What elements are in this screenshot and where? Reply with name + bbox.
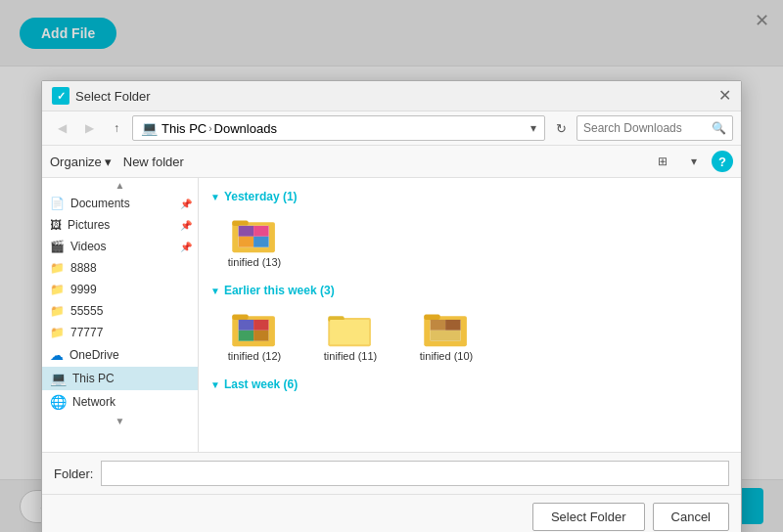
dialog-titlebar: ✓ Select Folder ✕ (42, 81, 741, 111)
pin-icon-documents: 📌 (180, 199, 192, 209)
sidebar-item-documents[interactable]: 📄 Documents 📌 (42, 193, 198, 214)
svg-rect-7 (253, 237, 268, 247)
dialog-title: Select Folder (75, 89, 151, 104)
search-input[interactable] (583, 121, 708, 135)
address-path: This PC › Downloads (161, 121, 527, 136)
folder-name-input[interactable] (101, 461, 729, 486)
videos-folder-icon: 🎬 (50, 240, 65, 253)
cancel-button[interactable]: Cancel (653, 503, 729, 531)
svg-rect-4 (239, 226, 253, 237)
toolbar-row: Organize ▾ New folder ⊞ ▾ ? (42, 146, 741, 178)
organize-chevron-icon: ▾ (105, 155, 112, 169)
new-folder-button[interactable]: New folder (123, 155, 184, 169)
address-box[interactable]: 💻 This PC › Downloads ▾ (132, 115, 545, 141)
address-dropdown-button[interactable]: ▾ (530, 121, 536, 135)
sidebar-item-pictures[interactable]: 🖼 Pictures 📌 (42, 214, 198, 236)
up-button[interactable]: ↑ (105, 116, 128, 140)
folder-thumb-12 (231, 309, 278, 348)
svg-rect-11 (239, 320, 253, 331)
forward-button[interactable]: ▶ (77, 116, 101, 140)
folder-thumb-10 (423, 309, 470, 348)
svg-rect-12 (253, 320, 268, 331)
sidebar-item-thispc[interactable]: 💻 This PC (42, 367, 198, 390)
dialog-icon: ✓ (52, 87, 69, 105)
chevron-yesterday: ▼ (210, 192, 220, 202)
search-box: 🔍 (576, 115, 733, 141)
back-button[interactable]: ◀ (50, 116, 73, 140)
file-label-tinified10: tinified (10) (420, 350, 473, 362)
address-bar-row: ◀ ▶ ↑ 💻 This PC › Downloads ▾ ↻ 🔍 (42, 111, 741, 146)
sidebar-item-55555[interactable]: 📁 55555 (42, 300, 198, 322)
dialog-close-button[interactable]: ✕ (718, 88, 731, 104)
svg-rect-6 (239, 237, 253, 247)
app-background: Add File ✕ ⬇ Install Desktop Version Con… (0, 0, 783, 532)
svg-rect-5 (253, 226, 268, 237)
svg-rect-9 (232, 314, 248, 319)
select-folder-button[interactable]: Select Folder (532, 503, 645, 531)
address-part-thispc: This PC (161, 121, 207, 136)
sidebar-scroll-down[interactable]: ▼ (42, 414, 198, 428)
dialog-title-area: ✓ Select Folder (52, 87, 151, 105)
folder-icon-8888: 📁 (50, 261, 65, 275)
folder-thumb-11 (327, 309, 374, 348)
section-lastweek: ▼ Last week (6) (210, 377, 729, 391)
file-grid-earlier: tinified (12) tinified (11) (210, 305, 729, 366)
modal-overlay: ✓ Select Folder ✕ ◀ ▶ ↑ 💻 This PC › Down… (0, 0, 783, 532)
sidebar-item-77777[interactable]: 📁 77777 (42, 322, 198, 343)
sidebar-item-onedrive[interactable]: ☁ OneDrive (42, 343, 198, 367)
toolbar-left: Organize ▾ New folder (50, 155, 184, 169)
file-item-tinified12[interactable]: tinified (12) (210, 305, 299, 366)
file-item-tinified10[interactable]: tinified (10) (402, 305, 490, 366)
file-label-tinified13: tinified (13) (228, 256, 281, 268)
folder-icon-9999: 📁 (50, 283, 65, 296)
folder-thumb-13 (231, 215, 278, 254)
section-earlier: ▼ Earlier this week (3) (210, 284, 729, 297)
section-yesterday: ▼ Yesterday (1) (210, 190, 729, 203)
document-folder-icon: 📄 (50, 197, 65, 210)
view-dropdown-button[interactable]: ▾ (680, 150, 708, 173)
folder-input-label: Folder: (54, 466, 93, 481)
file-item-tinified11[interactable]: tinified (11) (306, 305, 394, 366)
svg-rect-1 (232, 220, 248, 225)
sidebar-item-network[interactable]: 🌐 Network (42, 390, 198, 414)
organize-button[interactable]: Organize ▾ (50, 155, 112, 169)
svg-rect-17 (330, 320, 369, 344)
svg-rect-21 (431, 320, 445, 331)
sidebar-item-8888[interactable]: 📁 8888 (42, 257, 198, 279)
network-icon: 🌐 (50, 394, 67, 410)
sidebar: ▲ 📄 Documents 📌 🖼 Pictures 📌 (42, 178, 199, 452)
help-button[interactable]: ? (712, 151, 733, 172)
sidebar-item-9999[interactable]: 📁 9999 (42, 279, 198, 300)
svg-rect-19 (424, 314, 439, 319)
file-grid-yesterday: tinified (13) (210, 211, 729, 272)
file-area: ▼ Yesterday (1) (199, 178, 741, 452)
file-label-tinified11: tinified (11) (324, 350, 377, 362)
file-item-tinified13[interactable]: tinified (13) (210, 211, 299, 272)
address-separator-1: › (208, 123, 211, 134)
pin-icon-pictures: 📌 (180, 220, 192, 231)
address-part-downloads: Downloads (214, 121, 277, 136)
dialog-actions: Select Folder Cancel (42, 494, 741, 532)
sidebar-item-videos[interactable]: 🎬 Videos 📌 (42, 236, 198, 257)
folder-icon-77777: 📁 (50, 326, 65, 339)
onedrive-icon: ☁ (50, 347, 64, 363)
thispc-icon: 💻 (50, 371, 67, 386)
refresh-button[interactable]: ↻ (549, 116, 573, 140)
pictures-folder-icon: 🖼 (50, 218, 62, 232)
view-grid-icon: ⊞ (658, 155, 668, 168)
file-label-tinified12: tinified (12) (228, 350, 281, 362)
svg-rect-14 (253, 331, 268, 341)
view-options-button[interactable]: ⊞ (649, 150, 676, 173)
sidebar-scroll-up[interactable]: ▲ (42, 178, 198, 193)
svg-rect-23 (431, 331, 461, 341)
toolbar-right: ⊞ ▾ ? (649, 150, 733, 173)
folder-icon-55555: 📁 (50, 304, 65, 318)
dialog-body: ▲ 📄 Documents 📌 🖼 Pictures 📌 (42, 178, 741, 452)
svg-rect-22 (445, 320, 460, 331)
chevron-earlier: ▼ (210, 286, 220, 296)
chevron-lastweek: ▼ (210, 379, 220, 390)
pin-icon-videos: 📌 (180, 242, 192, 252)
search-icon: 🔍 (712, 121, 726, 135)
pc-icon: 💻 (141, 120, 158, 136)
select-folder-dialog: ✓ Select Folder ✕ ◀ ▶ ↑ 💻 This PC › Down… (41, 80, 742, 532)
